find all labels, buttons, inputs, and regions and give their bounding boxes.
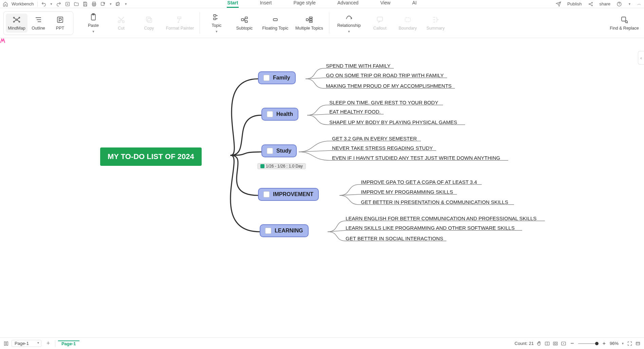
view-mindmap[interactable]: MindMap bbox=[6, 14, 27, 33]
leaf[interactable]: LEARN SKILLS LIKE PROGRAMMING AND OTHER … bbox=[346, 225, 515, 231]
zoom-value[interactable]: 96% bbox=[610, 341, 619, 346]
multiple-topics-label: Multiple Topics bbox=[295, 26, 323, 31]
summary-button[interactable]: Summary bbox=[422, 16, 449, 31]
zoom-dropdown[interactable]: ▼ bbox=[621, 342, 624, 345]
checkbox-icon[interactable] bbox=[263, 75, 270, 81]
mindmap-canvas[interactable]: MY TO-DO LIST OF 2024 Family Health Stud… bbox=[0, 38, 644, 337]
fit-page-icon[interactable] bbox=[553, 341, 558, 346]
leaf[interactable]: LEARN ENGLISH FOR BETTER COMMUNICATION A… bbox=[346, 215, 537, 221]
redo-icon[interactable] bbox=[56, 1, 61, 7]
leaf[interactable]: SHAPE UP MY BODY BY PLAYING PHYSICAL GAM… bbox=[329, 119, 457, 125]
multiple-topics-button[interactable]: Multiple Topics bbox=[293, 16, 326, 31]
fullscreen-icon[interactable] bbox=[627, 341, 632, 346]
edit-icon[interactable] bbox=[115, 1, 121, 7]
checkbox-icon[interactable] bbox=[267, 148, 273, 154]
center-view-icon[interactable] bbox=[561, 341, 566, 346]
publish-icon[interactable] bbox=[556, 1, 561, 7]
copy-button[interactable]: Copy bbox=[136, 16, 162, 31]
zoom-out-button[interactable]: − bbox=[569, 340, 575, 347]
split-view-icon[interactable] bbox=[545, 341, 550, 346]
outline-icon bbox=[34, 16, 42, 24]
leaf[interactable]: IMPROVE MY PROGRAMMING SKILLS bbox=[361, 189, 453, 195]
cut-button[interactable]: Cut bbox=[108, 16, 134, 31]
leaf[interactable]: MAKING THEM PROUD OF MY ACCOMPLISHMENTS bbox=[326, 83, 452, 89]
tab-view[interactable]: View bbox=[380, 0, 391, 8]
leaf[interactable]: GO ON SOME TRIP OR ROAD TRIP WITH FAMILY bbox=[326, 72, 444, 78]
svg-rect-32 bbox=[377, 17, 383, 21]
zoom-slider[interactable] bbox=[578, 343, 599, 344]
view-ppt[interactable]: PPT bbox=[49, 14, 71, 33]
boundary-label: Boundary bbox=[399, 26, 417, 31]
more-dropdown[interactable]: ▼ bbox=[124, 2, 127, 6]
branch-health[interactable]: Health bbox=[261, 108, 298, 121]
summary-label: Summary bbox=[426, 26, 444, 31]
callout-button[interactable]: Callout bbox=[367, 16, 393, 31]
zoom-in-button[interactable]: + bbox=[601, 341, 607, 347]
page-selector[interactable]: Page-1 bbox=[12, 340, 41, 347]
leaf[interactable]: IMPROVE GPA TO GET A CGPA OF AT LEAST 3.… bbox=[361, 179, 477, 185]
subtopic-button[interactable]: Subtopic bbox=[231, 16, 258, 31]
svg-rect-21 bbox=[146, 17, 150, 21]
branch-improvement[interactable]: IMPROVEMENT bbox=[258, 188, 319, 201]
share-icon[interactable] bbox=[588, 1, 593, 7]
leaf[interactable]: SLEEP ON TIME. GIVE REST TO YOUR BODY bbox=[329, 100, 438, 105]
paste-button[interactable]: Paste ▼ bbox=[80, 13, 107, 33]
relationship-dropdown[interactable]: ▼ bbox=[348, 30, 351, 33]
leaf[interactable]: EAT HEALTHY FOOD. bbox=[329, 109, 381, 115]
workbench-label[interactable]: Workbench bbox=[12, 1, 34, 6]
leaf[interactable]: GET BETTER IN PRESENTATION & COMMUNICATI… bbox=[361, 199, 508, 205]
boundary-button[interactable]: Boundary bbox=[394, 16, 421, 31]
study-date-tag[interactable]: 1/26 - 1/26 : 1.0 Day bbox=[257, 163, 306, 169]
checkbox-icon[interactable] bbox=[267, 111, 273, 117]
leaf[interactable]: EVEN IF I HAVN'T STUDIED ANY TEST JUST W… bbox=[332, 155, 500, 161]
pages-panel-icon[interactable] bbox=[3, 341, 9, 346]
print-icon[interactable] bbox=[91, 1, 97, 7]
tab-advanced[interactable]: Advanced bbox=[337, 0, 359, 8]
collapse-ribbon-icon[interactable]: ︿ bbox=[637, 1, 641, 7]
open-folder-icon[interactable] bbox=[74, 1, 79, 7]
add-page-button[interactable]: + bbox=[44, 339, 52, 348]
branch-study[interactable]: Study bbox=[261, 144, 297, 157]
side-panel-toggle[interactable]: ‹ bbox=[638, 51, 644, 65]
export-dropdown[interactable]: ▼ bbox=[109, 2, 112, 6]
undo-icon[interactable] bbox=[41, 1, 47, 7]
undo-dropdown[interactable]: ▼ bbox=[50, 2, 53, 6]
tab-ai[interactable]: AI bbox=[411, 0, 417, 8]
leaf[interactable]: NEVER TAKE STRESS REGADING STUDY bbox=[332, 145, 433, 151]
new-file-icon[interactable] bbox=[65, 1, 70, 7]
topic-button[interactable]: Topic ▼ bbox=[203, 13, 230, 33]
publish-label[interactable]: Publish bbox=[567, 1, 582, 6]
app-logo-icon bbox=[0, 38, 5, 43]
floating-topic-button[interactable]: Floating Topic bbox=[259, 16, 292, 31]
save-icon[interactable] bbox=[82, 1, 88, 7]
root-node[interactable]: MY TO-DO LIST OF 2024 bbox=[100, 147, 202, 166]
find-replace-button[interactable]: Find & Replace bbox=[608, 16, 641, 31]
tab-pagestyle[interactable]: Page style bbox=[293, 0, 316, 8]
branch-family[interactable]: Family bbox=[258, 71, 296, 84]
format-painter-button[interactable]: Format Painter bbox=[164, 16, 196, 31]
tab-start[interactable]: Start bbox=[227, 0, 239, 8]
help-icon[interactable] bbox=[617, 1, 622, 7]
checkbox-icon[interactable] bbox=[263, 191, 270, 197]
topic-dropdown[interactable]: ▼ bbox=[215, 30, 218, 33]
view-ppt-label: PPT bbox=[56, 26, 64, 31]
help-dropdown[interactable]: ▼ bbox=[628, 2, 631, 6]
quick-left-group: Workbench ▼ ▼ ▼ bbox=[3, 1, 127, 7]
export-icon[interactable] bbox=[100, 1, 106, 7]
share-label[interactable]: share bbox=[600, 1, 611, 6]
relationship-button[interactable]: Relationship ▼ bbox=[333, 13, 365, 33]
tab-insert[interactable]: Insert bbox=[259, 0, 272, 8]
mindmap-icon bbox=[13, 16, 21, 24]
branch-learning[interactable]: LEARNING bbox=[260, 224, 309, 237]
leaf[interactable]: GET 3.2 GPA IN EVERY SEMESTER bbox=[332, 136, 417, 141]
paste-dropdown[interactable]: ▼ bbox=[92, 30, 95, 33]
checkbox-icon[interactable] bbox=[265, 228, 271, 234]
home-icon[interactable] bbox=[3, 1, 8, 7]
hand-tool-icon[interactable] bbox=[536, 341, 542, 346]
branch-label: LEARNING bbox=[275, 228, 303, 234]
page-tab[interactable]: Page-1 bbox=[58, 341, 79, 346]
view-outline[interactable]: Outline bbox=[27, 14, 49, 33]
leaf[interactable]: GET BETTER IN SOCIAL INTERACTIONS bbox=[346, 235, 443, 241]
overview-icon[interactable] bbox=[635, 341, 641, 346]
leaf[interactable]: SPEND TIME WITH FAMILY bbox=[326, 63, 390, 69]
